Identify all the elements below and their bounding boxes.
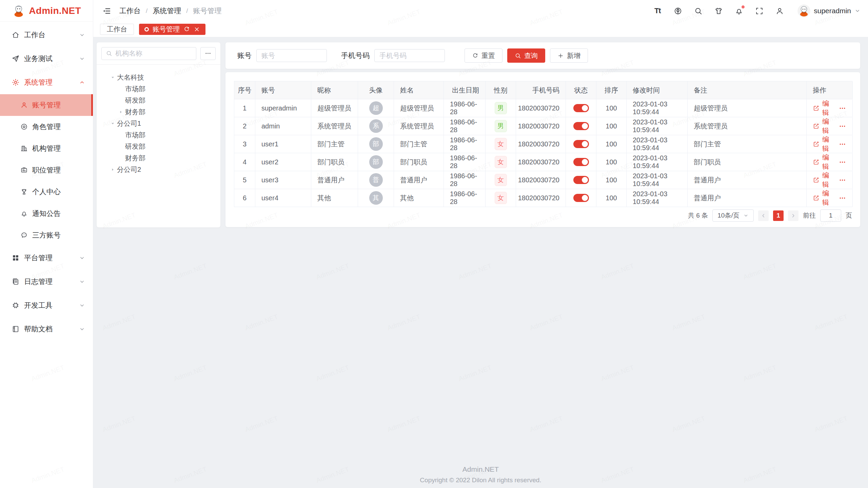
sidebar-item-1[interactable]: 业务测试 [0, 47, 93, 70]
tree-node-2[interactable]: 研发部 [100, 95, 217, 106]
cell-seq: 4 [234, 153, 255, 171]
sidebar-item-13[interactable]: 帮助文档 [0, 317, 93, 341]
tab-close-icon[interactable] [194, 26, 200, 33]
next-page-button[interactable] [788, 210, 798, 221]
sidebar-item-10[interactable]: 平台管理 [0, 246, 93, 270]
cell-nickname: 部门职员 [311, 153, 358, 171]
add-button[interactable]: 新增 [550, 48, 588, 63]
sidebar-item-12[interactable]: 开发工具 [0, 293, 93, 317]
cell-actions: 编辑 [807, 99, 853, 117]
row-more-button[interactable] [839, 176, 846, 184]
status-toggle[interactable] [573, 194, 589, 202]
cell-avatar: 部 [358, 153, 394, 171]
caret-right-icon[interactable] [108, 165, 117, 174]
tree-node-0[interactable]: 大名科技 [100, 72, 217, 83]
org-search-input[interactable] [115, 49, 192, 57]
cell-phone: 18020030720 [516, 153, 566, 171]
cell-phone: 18020030720 [516, 117, 566, 135]
cell-seq: 2 [234, 117, 255, 135]
table-header-row: 序号账号昵称头像姓名出生日期性别手机号码状态排序修改时间备注操作 [234, 81, 852, 99]
sidebar-item-0[interactable]: 工作台 [0, 23, 93, 47]
row-more-button[interactable] [839, 140, 846, 148]
row-more-button[interactable] [839, 194, 846, 202]
cell-mtime: 2023-01-03 10:59:44 [627, 135, 688, 153]
tree-node-5[interactable]: 市场部 [100, 129, 217, 141]
edit-button[interactable]: 编辑 [813, 171, 832, 189]
sidebar-item-9[interactable]: 三方账号 [0, 224, 93, 246]
phone-filter-input[interactable] [374, 49, 445, 62]
edit-button[interactable]: 编辑 [813, 135, 832, 153]
tab-refresh-icon[interactable] [183, 26, 190, 33]
theme-icon[interactable] [714, 6, 723, 15]
status-toggle[interactable] [573, 140, 589, 148]
cell-birth: 1986-06-28 [444, 99, 486, 117]
refresh-icon [472, 53, 478, 59]
cell-birth: 1986-06-28 [450, 100, 479, 116]
notification-badge [741, 5, 745, 9]
cell-order: 100 [606, 104, 617, 112]
sidebar-item-5[interactable]: 机构管理 [0, 138, 93, 159]
gender-badge: 女 [495, 156, 507, 168]
app-logo[interactable]: Admin.NET [0, 0, 93, 22]
goto-page-input[interactable] [820, 209, 841, 222]
cell-status [566, 153, 596, 171]
reset-button[interactable]: 重置 [465, 48, 502, 63]
cell-actions: 编辑 [807, 153, 853, 171]
tab-account-management[interactable]: 账号管理 [139, 24, 205, 35]
row-more-button[interactable] [839, 104, 846, 112]
current-page-button[interactable]: 1 [773, 210, 784, 221]
breadcrumb-item-workbench[interactable]: 工作台 [119, 6, 141, 16]
prev-page-button[interactable] [758, 210, 769, 221]
menu-fold-icon[interactable] [102, 6, 111, 16]
edit-icon [813, 105, 820, 111]
cell-name: 其他 [394, 189, 444, 207]
notification-icon[interactable] [734, 6, 743, 15]
tree-node-3[interactable]: 财务部 [100, 106, 217, 118]
font-size-icon[interactable]: Tt [653, 6, 662, 15]
sidebar-item-8[interactable]: 通知公告 [0, 203, 93, 224]
tree-node-label: 市场部 [125, 84, 145, 94]
edit-button[interactable]: 编辑 [813, 153, 832, 171]
account-filter-input[interactable] [256, 49, 327, 62]
edit-button[interactable]: 编辑 [813, 189, 832, 207]
tree-node-8[interactable]: 分公司2 [100, 164, 217, 175]
status-toggle[interactable] [573, 158, 589, 166]
search-icon[interactable] [694, 6, 703, 15]
status-toggle[interactable] [573, 122, 589, 130]
column-header-avatar: 头像 [358, 81, 394, 99]
logo-mascot-icon [12, 4, 25, 18]
breadcrumb-item-system[interactable]: 系统管理 [153, 6, 181, 16]
sidebar-item-11[interactable]: 日志管理 [0, 270, 93, 293]
sidebar-item-3[interactable]: 账号管理 [0, 94, 93, 116]
status-toggle[interactable] [573, 104, 589, 112]
fullscreen-icon[interactable] [755, 6, 764, 15]
org-search-box[interactable] [101, 47, 196, 60]
row-more-button[interactable] [839, 122, 846, 130]
status-toggle[interactable] [573, 176, 589, 184]
cell-birth: 1986-06-28 [444, 189, 486, 207]
profile-icon[interactable] [775, 6, 784, 15]
row-more-button[interactable] [839, 158, 846, 166]
edit-button[interactable]: 编辑 [813, 99, 832, 117]
query-button[interactable]: 查询 [507, 48, 545, 63]
user-menu[interactable]: superadmin [797, 4, 861, 17]
caret-right-icon[interactable] [116, 107, 125, 116]
tree-node-1[interactable]: 市场部 [100, 83, 217, 95]
org-more-button[interactable] [200, 47, 216, 60]
caret-down-icon[interactable] [108, 119, 117, 128]
tree-node-label: 研发部 [125, 96, 145, 105]
sidebar-item-label: 系统管理 [24, 78, 53, 87]
tree-node-6[interactable]: 研发部 [100, 141, 217, 152]
tree-node-7[interactable]: 财务部 [100, 152, 217, 164]
edit-button[interactable]: 编辑 [813, 117, 832, 135]
language-icon[interactable] [673, 6, 682, 15]
sidebar-item-6[interactable]: 职位管理 [0, 159, 93, 181]
tab-workbench[interactable]: 工作台 [100, 24, 134, 35]
sidebar-item-2[interactable]: 系统管理 [0, 70, 93, 94]
sidebar-item-4[interactable]: 角色管理 [0, 116, 93, 138]
caret-down-icon[interactable] [108, 73, 117, 82]
tree-node-4[interactable]: 分公司1 [100, 118, 217, 129]
page-size-select[interactable]: 10条/页 [712, 209, 754, 222]
cell-status [566, 189, 596, 207]
sidebar-item-7[interactable]: 个人中心 [0, 181, 93, 203]
